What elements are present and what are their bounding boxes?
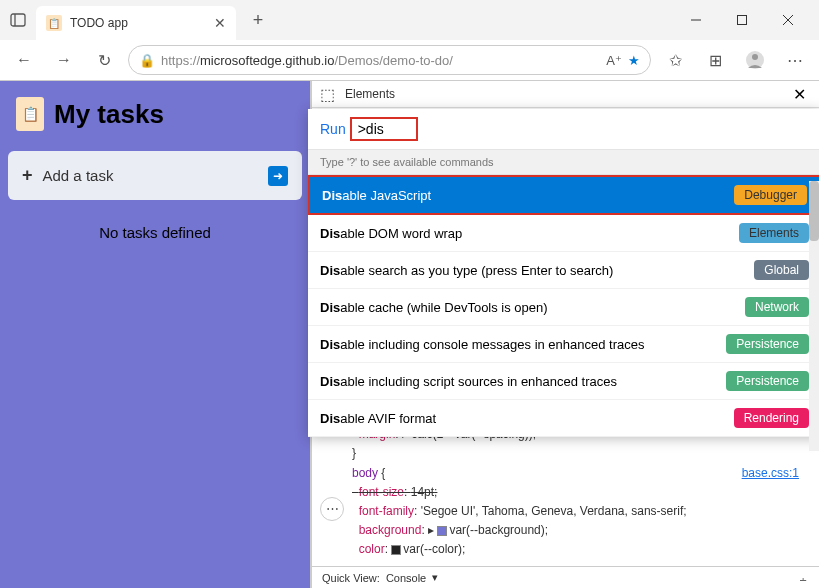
browser-tab[interactable]: 📋 TODO app ✕ [36, 6, 236, 40]
command-result-item[interactable]: Disable including script sources in enha… [308, 363, 819, 400]
add-task-label: Add a task [43, 167, 258, 184]
tab-close-icon[interactable]: ✕ [214, 15, 226, 31]
more-icon[interactable]: ⋯ [779, 44, 811, 76]
svg-rect-0 [11, 14, 25, 26]
command-category-badge: Persistence [726, 334, 809, 354]
address-bar[interactable]: 🔒 https://microsoftedge.github.io/Demos/… [128, 45, 651, 75]
clipboard-icon: 📋 [16, 97, 44, 131]
devtools-tabbar: ⬚ Elements ✕ [312, 81, 819, 108]
app-title: My tasks [54, 99, 164, 130]
todo-app-pane: 📋 My tasks + Add a task ➜ No tasks defin… [0, 81, 310, 588]
app-header: 📋 My tasks [8, 97, 302, 151]
command-category-badge: Network [745, 297, 809, 317]
more-actions-button[interactable]: ⋯ [320, 497, 344, 521]
quickview-panel[interactable]: Console [386, 572, 426, 584]
tab-title: TODO app [70, 16, 206, 30]
command-hint: Type '?' to see available commands [308, 149, 819, 175]
maximize-button[interactable] [719, 4, 765, 36]
source-link[interactable]: base.css:1 [742, 464, 799, 483]
add-task-button[interactable]: + Add a task ➜ [8, 151, 302, 200]
command-input-row: Run [308, 109, 819, 149]
command-result-item[interactable]: Disable search as you type (press Enter … [308, 252, 819, 289]
command-category-badge: Elements [739, 223, 809, 243]
command-result-item[interactable]: Disable including console messages in en… [308, 326, 819, 363]
lock-icon: 🔒 [139, 53, 155, 68]
command-menu: Run Type '?' to see available commands D… [308, 109, 819, 437]
url-text: https://microsoftedge.github.io/Demos/de… [161, 53, 600, 68]
command-result-item[interactable]: Disable cache (while DevTools is open)Ne… [308, 289, 819, 326]
refresh-button[interactable]: ↻ [88, 44, 120, 76]
scrollbar-thumb[interactable] [809, 181, 819, 241]
tab-favicon-icon: 📋 [46, 15, 62, 31]
plus-icon: + [22, 165, 33, 186]
quickview-bar: Quick View: Console ▾ ⫠ [312, 566, 819, 588]
command-category-badge: Global [754, 260, 809, 280]
scrollbar[interactable] [809, 181, 819, 451]
command-results: Disable JavaScriptDebuggerDisable DOM wo… [308, 175, 819, 437]
chevron-down-icon[interactable]: ▾ [432, 571, 438, 584]
styles-panel: + margin: ▸ calc(2 * var(--spacing)); } … [312, 418, 819, 565]
new-tab-button[interactable]: + [244, 6, 272, 34]
command-input[interactable] [358, 121, 410, 137]
devtools-tab-elements[interactable]: Elements [345, 87, 395, 101]
back-button[interactable]: ← [8, 44, 40, 76]
browser-chrome: 📋 TODO app ✕ + ← → ↻ 🔒 https://microsoft… [0, 0, 819, 81]
submit-arrow-icon[interactable]: ➜ [268, 166, 288, 186]
dock-icon[interactable]: ⫠ [798, 572, 809, 584]
command-run-label: Run [320, 121, 346, 137]
browser-toolbar: ← → ↻ 🔒 https://microsoftedge.github.io/… [0, 40, 819, 80]
color-swatch-icon[interactable] [437, 526, 447, 536]
quickview-label: Quick View: [322, 572, 380, 584]
command-result-item[interactable]: Disable DOM word wrapElements [308, 215, 819, 252]
command-result-item[interactable]: Disable JavaScriptDebugger [308, 175, 819, 215]
page-content: 📋 My tasks + Add a task ➜ No tasks defin… [0, 81, 819, 588]
forward-button[interactable]: → [48, 44, 80, 76]
empty-state-text: No tasks defined [8, 200, 302, 265]
close-window-button[interactable] [765, 4, 811, 36]
profile-icon[interactable] [739, 44, 771, 76]
tab-actions-icon[interactable] [8, 10, 28, 30]
command-category-badge: Debugger [734, 185, 807, 205]
devtools-panel: ⬚ Elements ✕ Run Type '?' to see availab… [310, 81, 819, 588]
titlebar: 📋 TODO app ✕ + [0, 0, 819, 40]
command-category-badge: Persistence [726, 371, 809, 391]
window-controls [673, 4, 811, 36]
svg-rect-3 [738, 16, 747, 25]
color-swatch-icon[interactable] [391, 545, 401, 555]
extensions-icon[interactable]: ⊞ [699, 44, 731, 76]
reader-icon[interactable]: A⁺ [606, 53, 622, 68]
command-input-highlight [350, 117, 418, 141]
inspect-icon[interactable]: ⬚ [320, 85, 335, 104]
favorite-icon[interactable]: ★ [628, 53, 640, 68]
minimize-button[interactable] [673, 4, 719, 36]
command-category-badge: Rendering [734, 408, 809, 428]
command-result-item[interactable]: Disable AVIF formatRendering [308, 400, 819, 437]
svg-point-7 [752, 54, 758, 60]
favorites-icon[interactable]: ✩ [659, 44, 691, 76]
devtools-close-icon[interactable]: ✕ [787, 82, 811, 106]
